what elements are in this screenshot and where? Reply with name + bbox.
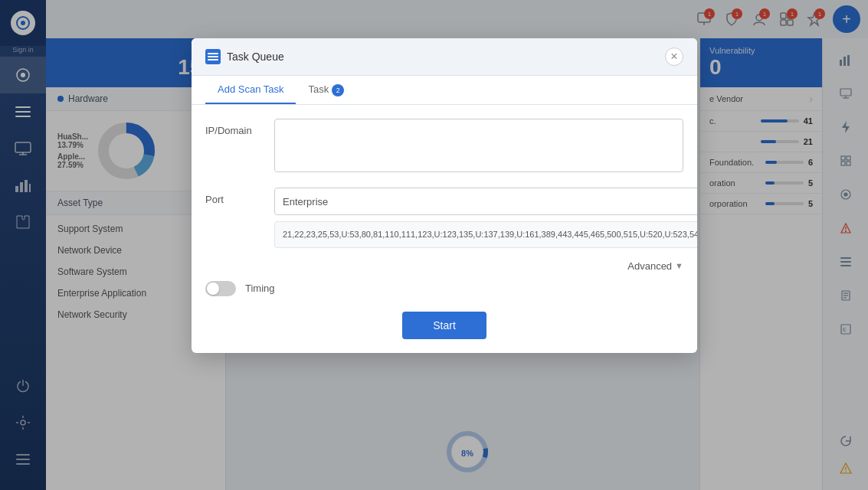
ports-preview: 21,22,23,25,53,U:53,80,81,110,111,123,U:… — [274, 221, 697, 248]
start-button[interactable]: Start — [402, 312, 486, 339]
modal-title-area: Task Queue — [205, 49, 284, 64]
modal-title-icon — [205, 49, 221, 64]
modal-tabs: Add Scan Task Task2 — [192, 76, 697, 105]
port-select-wrapper: Enterprise Common All Custom ▼ — [274, 188, 697, 215]
ip-domain-row: IP/Domain — [205, 119, 683, 175]
tab-add-scan-task[interactable]: Add Scan Task — [205, 76, 296, 104]
timing-label: Timing — [245, 283, 275, 294]
port-row: Port Enterprise Common All Custom ▼ 21,2… — [205, 188, 683, 248]
svg-rect-58 — [208, 53, 218, 54]
svg-rect-60 — [208, 59, 218, 60]
advanced-row: Advanced ▼ — [205, 260, 683, 272]
tab-task-badge: 2 — [332, 84, 344, 96]
ip-control — [274, 119, 683, 175]
port-select[interactable]: Enterprise Common All Custom — [274, 188, 697, 215]
timing-toggle[interactable] — [205, 281, 236, 296]
modal-body: IP/Domain Port Enterprise Common All Cus… — [192, 105, 697, 353]
tab-task[interactable]: Task2 — [296, 76, 356, 104]
advanced-chevron-icon: ▼ — [675, 261, 683, 270]
port-control: Enterprise Common All Custom ▼ 21,22,23,… — [274, 188, 697, 248]
modal-header: Task Queue × — [192, 38, 697, 76]
ip-textarea[interactable] — [274, 119, 683, 172]
ip-label: IP/Domain — [205, 119, 274, 136]
port-label: Port — [205, 188, 274, 205]
timing-row: Timing — [205, 281, 683, 296]
svg-rect-59 — [208, 56, 218, 57]
modal-title: Task Queue — [227, 51, 284, 63]
advanced-label: Advanced — [627, 260, 672, 272]
advanced-button[interactable]: Advanced ▼ — [627, 260, 683, 272]
toggle-knob — [207, 283, 219, 295]
task-queue-modal: Task Queue × Add Scan Task Task2 IP/Doma… — [192, 38, 697, 353]
modal-close-button[interactable]: × — [665, 47, 683, 66]
